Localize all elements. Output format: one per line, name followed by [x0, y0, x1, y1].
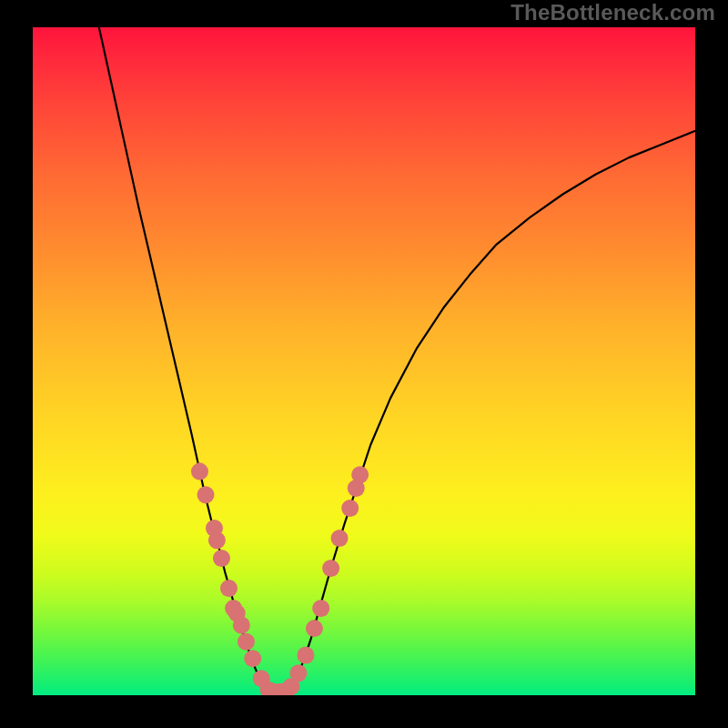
data-dot	[213, 550, 230, 567]
data-dot	[197, 486, 215, 503]
data-dot	[191, 463, 208, 480]
chart-root: TheBottleneck.com	[0, 0, 728, 728]
data-dot	[322, 560, 339, 577]
data-dot	[289, 664, 307, 682]
chart-overlay-svg	[33, 27, 695, 695]
data-dot	[331, 530, 349, 547]
watermark-text: TheBottleneck.com	[511, 0, 715, 25]
data-dot	[220, 580, 238, 597]
data-dot	[238, 633, 255, 651]
data-dots-group	[191, 463, 369, 695]
plot-area	[33, 27, 695, 695]
data-dot	[312, 600, 329, 617]
data-dot	[297, 646, 314, 663]
data-dot	[233, 616, 250, 633]
data-dot	[341, 500, 359, 517]
data-dot	[244, 650, 261, 667]
bottleneck-curve	[99, 27, 695, 694]
data-dot	[351, 466, 369, 483]
data-dot	[306, 620, 323, 637]
data-dot	[208, 531, 226, 549]
